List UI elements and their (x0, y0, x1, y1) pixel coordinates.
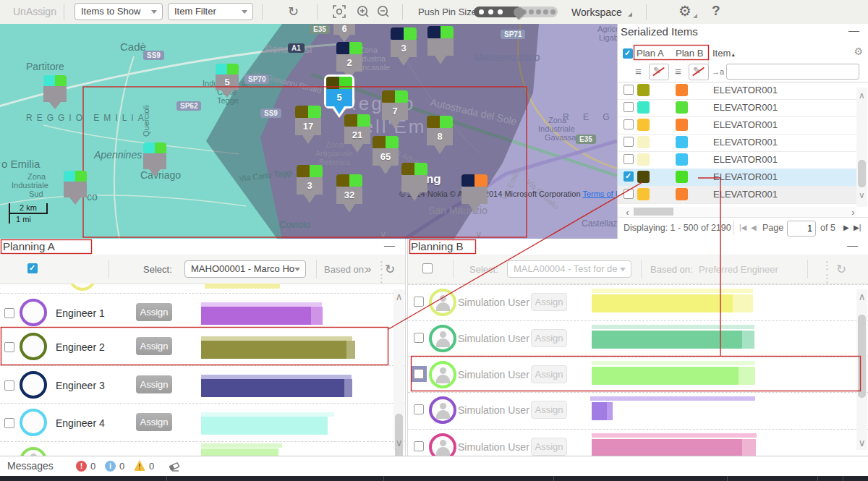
planning-row[interactable]: Simulation User 1Assign (408, 284, 868, 323)
gantt-bar[interactable] (311, 307, 323, 325)
gantt-bar[interactable] (201, 341, 346, 359)
item-filter-type-icon[interactable]: →a (712, 67, 724, 76)
gantt-bar[interactable] (344, 379, 352, 397)
workspace-menu[interactable]: Workspace (571, 7, 622, 18)
gantt-bar[interactable] (205, 284, 280, 289)
vertical-scrollbar[interactable]: ∧ ∨ (393, 289, 404, 450)
prev-page-icon[interactable]: ◀ (751, 224, 757, 231)
row-checkbox[interactable] (624, 154, 634, 164)
plan-b-filter-menu-icon[interactable]: ≡ (675, 65, 681, 77)
plan-b-color-swatch[interactable] (676, 101, 688, 114)
refresh-icon[interactable]: ↻ (836, 262, 846, 277)
gantt-bar[interactable] (592, 294, 733, 312)
assign-button[interactable]: Assign (531, 329, 567, 347)
gantt-bar[interactable] (607, 402, 613, 420)
planning-row[interactable]: Engineer 3Assign (0, 365, 405, 404)
plan-a-color-swatch[interactable] (637, 101, 650, 114)
gantt-bar[interactable] (201, 417, 328, 435)
table-row[interactable]: ELEVATOR001 (618, 116, 856, 135)
terms-of-use-link[interactable]: Terms of Use (582, 190, 617, 198)
plan-a-color-swatch[interactable] (637, 136, 650, 148)
grid-settings-gear-icon[interactable]: ⚙ (854, 46, 863, 57)
assign-button[interactable]: Assign (136, 375, 172, 393)
plan-b-color-swatch[interactable] (676, 188, 688, 200)
row-checkbox[interactable] (414, 369, 424, 379)
gantt-bar[interactable] (592, 331, 742, 349)
gantt-bar[interactable] (201, 448, 278, 456)
gantt-bar[interactable] (201, 307, 311, 325)
gantt-bar[interactable] (592, 439, 742, 456)
plan-b-color-swatch[interactable] (676, 153, 688, 166)
plan-a-filter-edit-icon[interactable] (649, 64, 669, 80)
items-to-show-dropdown[interactable]: Items to Show (75, 3, 163, 20)
plan-b-filter-edit-icon[interactable] (689, 64, 709, 80)
row-checkbox[interactable] (4, 418, 14, 428)
help-button[interactable]: ? (712, 3, 720, 19)
drag-handle-icon[interactable]: ⋮⋮ (822, 259, 833, 285)
table-row[interactable]: ELEVATOR001 (618, 134, 856, 152)
plan-b-color-swatch[interactable] (676, 84, 688, 96)
table-row[interactable]: ELEVATOR001 (618, 99, 856, 117)
row-checkbox[interactable] (624, 85, 634, 95)
gantt-bar[interactable] (590, 396, 755, 401)
vertical-scrollbar[interactable]: ∧ ∨ (856, 289, 867, 450)
gantt-bar[interactable] (201, 443, 282, 448)
plan-a-color-swatch[interactable] (637, 171, 650, 183)
assign-button[interactable]: Assign (531, 401, 567, 419)
push-pin-size-slider[interactable] (474, 7, 558, 17)
refresh-icon[interactable]: ↻ (288, 4, 299, 20)
row-checkbox[interactable] (624, 189, 634, 199)
row-checkbox[interactable] (4, 342, 14, 352)
row-checkbox[interactable] (624, 171, 634, 182)
minimize-button[interactable]: — (384, 239, 395, 251)
horizontal-scrollbar[interactable]: ‹ › (618, 207, 856, 217)
planning-row[interactable]: Simulation User 3Assign (408, 357, 868, 396)
plan-b-color-swatch[interactable] (676, 119, 688, 131)
last-page-icon[interactable]: ▶| (854, 224, 861, 231)
row-checkbox[interactable] (624, 137, 634, 147)
item-column-header[interactable]: Item▲ (712, 48, 736, 59)
row-checkbox[interactable] (624, 119, 634, 129)
plan-b-color-swatch[interactable] (676, 171, 688, 183)
first-page-icon[interactable]: |◀ (739, 224, 746, 231)
planning-row[interactable]: Simulation User 2Assign (408, 320, 868, 359)
assign-button[interactable]: Assign (531, 365, 567, 383)
gantt-bar[interactable] (346, 341, 355, 359)
assign-button[interactable]: Assign (531, 293, 567, 311)
minimize-button[interactable]: — (847, 239, 858, 251)
planning-row[interactable]: Engineer 1Assign (0, 293, 405, 332)
gantt-bar[interactable] (733, 294, 753, 312)
gantt-bar[interactable] (592, 433, 757, 438)
row-checkbox[interactable] (414, 404, 424, 414)
row-checkbox[interactable] (414, 333, 424, 343)
gantt-bar[interactable] (592, 361, 755, 365)
next-page-icon[interactable]: ▶ (843, 224, 849, 231)
row-checkbox[interactable] (4, 308, 14, 318)
map-canvas[interactable]: CadèPartitoreREGGIO EMILIAQuercioliRonco… (0, 24, 617, 239)
planning-row[interactable]: Simulation User 5Assign (408, 429, 868, 456)
refresh-icon[interactable]: ↻ (385, 262, 395, 277)
table-row[interactable]: ELEVATOR001 (618, 186, 856, 204)
assign-button[interactable]: Assign (136, 337, 172, 355)
expand-more-icon[interactable]: » (365, 263, 371, 275)
splitter-collapse-icon[interactable]: ∨ (475, 229, 482, 239)
plan-b-color-swatch[interactable] (676, 136, 688, 148)
unassign-button[interactable]: UnAssign (13, 6, 56, 17)
gantt-bar[interactable] (742, 439, 756, 456)
zoom-in-icon[interactable] (357, 5, 370, 22)
plan-a-color-swatch[interactable] (637, 153, 650, 166)
select-all-checkbox[interactable] (27, 263, 38, 273)
table-row[interactable]: ELEVATOR001 (618, 82, 856, 100)
assign-button[interactable]: Assign (531, 438, 567, 456)
row-checkbox[interactable] (414, 441, 424, 451)
item-filter-dropdown[interactable]: Item Filter (168, 3, 253, 20)
engineer-select-dropdown[interactable]: MAHO00001 - Marco Ho (184, 260, 306, 278)
assign-button[interactable]: Assign (136, 413, 172, 431)
splitter-collapse-icon[interactable]: ∨ (380, 229, 387, 239)
row-checkbox[interactable] (4, 380, 14, 391)
page-number-input[interactable] (787, 221, 816, 237)
planning-row[interactable] (0, 441, 405, 456)
table-row[interactable]: ELEVATOR001 (618, 169, 856, 187)
engineer-select-dropdown[interactable]: MALA00004 - Test for de (507, 260, 631, 278)
plan-a-color-swatch[interactable] (637, 188, 650, 200)
